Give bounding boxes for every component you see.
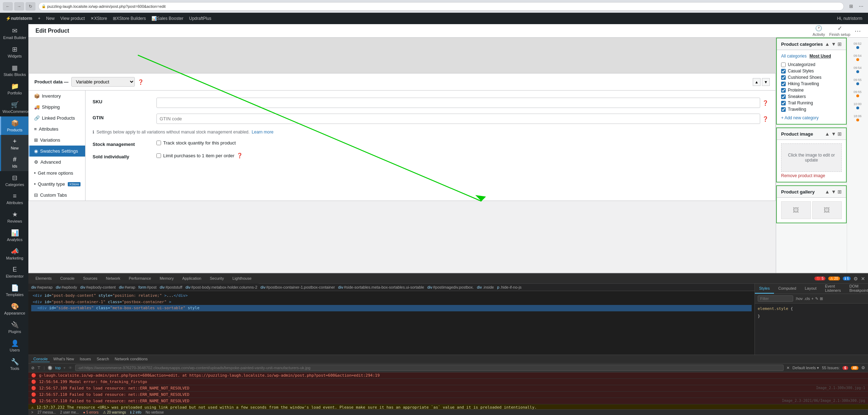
remove-product-image-link[interactable]: Remove product image: [781, 173, 842, 178]
sidebar-item-widgets[interactable]: ⊞ Widgets: [0, 43, 28, 61]
console-clear-filter[interactable]: ✕: [786, 366, 790, 370]
nav-item-attributes[interactable]: ≡ Attributes: [29, 124, 85, 135]
wp-logo[interactable]: ⚡ nutristorm: [3, 13, 35, 24]
product-image-placeholder[interactable]: Click the image to edit or update: [781, 143, 842, 172]
product-image-toggle-up[interactable]: ▲: [825, 131, 830, 137]
devtools-tab-lighthouse[interactable]: Lighthouse: [228, 274, 256, 284]
category-hiking-travelling-checkbox[interactable]: [781, 82, 786, 86]
url-bar[interactable]: 🔒 puzzling-laugh.localsite.io/wp-admin/p…: [38, 2, 844, 11]
sidebar-item-ids[interactable]: # Ids: [0, 153, 28, 171]
nav-item-shipping[interactable]: 🚚 Shipping: [29, 102, 85, 113]
more-options-button[interactable]: ⋯: [855, 27, 861, 35]
category-proteine-checkbox[interactable]: [781, 88, 786, 93]
sidebar-item-reviews[interactable]: ★ Reviews: [0, 208, 28, 226]
filter-plus[interactable]: +: [811, 296, 813, 301]
notif-7[interactable]: 18:06: [852, 113, 863, 124]
sold-individually-checkbox[interactable]: [156, 153, 161, 158]
category-sneakers-checkbox[interactable]: [781, 94, 786, 99]
sidebar-item-templates[interactable]: 📄 Templates: [0, 281, 28, 300]
category-casual-styles-checkbox[interactable]: [781, 69, 786, 73]
sidebar-item-plugins[interactable]: 🔌 Plugins: [0, 318, 28, 337]
help-icon[interactable]: ❓: [138, 79, 144, 85]
console-tab-issues[interactable]: Issues: [78, 356, 93, 362]
styles-tab-event-listeners[interactable]: Event Listeners: [821, 284, 845, 294]
devtools-tab-elements[interactable]: Elements: [31, 274, 56, 284]
admin-bar-xstore[interactable]: ✕ XStore: [88, 13, 110, 24]
filter-hov[interactable]: :hov: [795, 296, 803, 301]
admin-bar-plus[interactable]: +: [35, 13, 43, 24]
learn-more-link[interactable]: Learn more: [252, 130, 273, 135]
notif-2[interactable]: 09:54: [852, 53, 863, 63]
category-trail-running-checkbox[interactable]: [781, 101, 786, 105]
refresh-button[interactable]: ↻: [26, 2, 35, 11]
product-gallery-toggle-up[interactable]: ▲: [825, 189, 830, 195]
sidebar-item-appearance[interactable]: 🎨 Appearance: [0, 300, 28, 318]
sidebar-item-email-builder[interactable]: ✉ Email Builder: [0, 24, 28, 43]
extensions-button[interactable]: ⊞: [847, 2, 855, 11]
nav-item-custom-tabs[interactable]: ⊟ Custom Tabs: [29, 190, 85, 201]
all-categories-tab[interactable]: All categories: [781, 54, 807, 59]
sidebar-item-categories[interactable]: ⊟ Categories: [0, 171, 28, 190]
console-top-icon[interactable]: ⊤: [37, 366, 41, 370]
notif-6[interactable]: 10:00: [852, 101, 863, 111]
default-levels-select[interactable]: Default levels ▾: [792, 366, 819, 370]
styles-tab-computed[interactable]: Computed: [774, 284, 801, 294]
widget-toggle-up[interactable]: ▲: [825, 41, 830, 47]
forward-button[interactable]: →: [14, 2, 24, 11]
nav-item-quantity-type[interactable]: • Quantity type XStore: [29, 179, 85, 190]
admin-bar-sales-booster[interactable]: 📊 Sales Booster: [149, 13, 186, 24]
widget-toggle-down[interactable]: ▼: [831, 41, 836, 47]
product-image-move[interactable]: ⊞: [837, 131, 842, 137]
console-eye-icon[interactable]: 👁: [68, 366, 72, 370]
filter-grid[interactable]: ⊞: [820, 296, 823, 301]
sidebar-item-new[interactable]: + New: [0, 135, 28, 153]
console-filter-input[interactable]: [75, 365, 784, 371]
filter-edit[interactable]: ✎: [815, 296, 818, 301]
product-gallery-toggle-down[interactable]: ▼: [831, 189, 836, 195]
console-tab-whats-new[interactable]: What's New: [51, 356, 76, 362]
category-cushioned-shoes-checkbox[interactable]: [781, 75, 786, 80]
devtools-tab-security[interactable]: Security: [205, 274, 228, 284]
nav-item-variations[interactable]: ⊞ Variations: [29, 135, 85, 146]
sidebar-item-analytics[interactable]: 📊 Analytics: [0, 226, 28, 245]
nav-item-swatches[interactable]: ◉ Swatches Settings: [29, 146, 85, 157]
product-gallery-move[interactable]: ⊞: [837, 189, 842, 195]
sidebar-item-woocommerce[interactable]: 🛒 WooCommerce: [0, 98, 28, 116]
widget-move[interactable]: ⊞: [837, 41, 842, 47]
sidebar-item-static-blocks[interactable]: ▦ Static Blocks: [0, 61, 28, 80]
nav-item-advanced[interactable]: ⚙ Advanced: [29, 157, 85, 168]
admin-bar-updraft[interactable]: UpdraftPlus: [186, 13, 214, 24]
gallery-item-2[interactable]: 🖼: [812, 201, 842, 219]
nav-item-get-more[interactable]: • Get more options: [29, 168, 85, 179]
styles-filter-input[interactable]: [758, 295, 793, 302]
admin-bar-new[interactable]: New: [43, 13, 57, 24]
devtools-tab-application[interactable]: Application: [178, 274, 206, 284]
sidebar-item-attributes[interactable]: ≡ Attributes: [0, 190, 28, 208]
sidebar-item-products[interactable]: 📦 Products: [0, 116, 28, 135]
devtools-tab-console[interactable]: Console: [56, 274, 79, 284]
sku-help-icon[interactable]: ❓: [762, 100, 768, 106]
admin-bar-xstore-builders[interactable]: ⊞ XStore Builders: [110, 13, 149, 24]
devtools-settings-button[interactable]: ⚙: [853, 276, 858, 282]
nav-item-linked-products[interactable]: 🔗 Linked Products: [29, 113, 85, 124]
devtools-tab-memory[interactable]: Memory: [155, 274, 178, 284]
devtools-tab-network[interactable]: Network: [102, 274, 125, 284]
sidebar-item-users[interactable]: 👤 Users: [0, 337, 28, 355]
console-tab-console[interactable]: Console: [31, 356, 50, 362]
gtin-help-icon[interactable]: ❓: [762, 116, 768, 122]
most-used-tab[interactable]: Most Used: [809, 54, 831, 59]
devtools-close-button[interactable]: ✕: [861, 276, 865, 282]
filter-cls[interactable]: .cls: [804, 296, 810, 301]
activity-button[interactable]: 🕐 Activity: [813, 25, 825, 37]
settings-button[interactable]: ⋯: [857, 2, 865, 11]
notif-1[interactable]: 09:52: [852, 40, 863, 51]
notif-5[interactable]: 09:55: [852, 89, 863, 99]
back-button[interactable]: ←: [3, 2, 13, 11]
sku-input[interactable]: [156, 98, 760, 108]
gtin-input[interactable]: [156, 114, 760, 124]
console-tab-search[interactable]: Search: [95, 356, 111, 362]
devtools-tab-sources[interactable]: Sources: [79, 274, 101, 284]
collapse-down-button[interactable]: ▼: [762, 78, 770, 86]
sidebar-item-elementor[interactable]: E Elementor: [0, 263, 28, 281]
admin-bar-view-product[interactable]: View product: [57, 13, 88, 24]
